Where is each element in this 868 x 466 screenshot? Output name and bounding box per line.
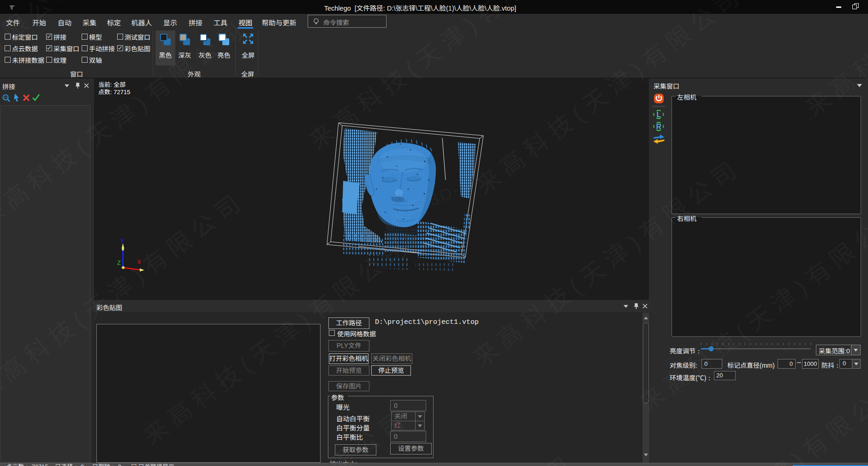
svg-text:X: X <box>137 259 141 266</box>
svg-text:y: y <box>120 237 124 244</box>
svg-text:L: L <box>657 111 661 119</box>
svg-text:Z: Z <box>117 260 121 267</box>
svg-text:R: R <box>656 123 662 131</box>
